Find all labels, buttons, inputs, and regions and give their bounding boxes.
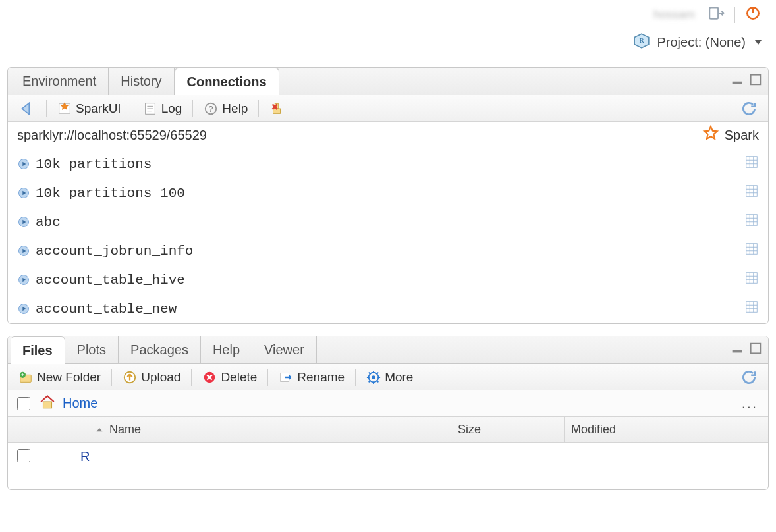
preview-table-icon[interactable]: [744, 155, 759, 173]
sparkui-button[interactable]: SparkUI: [53, 98, 125, 119]
new-folder-button[interactable]: + New Folder: [14, 367, 105, 388]
more-button[interactable]: More: [362, 367, 424, 388]
connection-uri-row: sparklyr://localhost:65529/65529 Spark: [8, 122, 768, 149]
connection-table-row[interactable]: 10k_partitions: [8, 149, 768, 178]
svg-rect-31: [746, 215, 758, 226]
svg-text:?: ?: [209, 104, 213, 113]
minimize-pane-icon[interactable]: [730, 341, 744, 359]
spark-star-icon: [702, 125, 719, 146]
files-breadcrumb: Home ...: [8, 390, 768, 417]
rename-button[interactable]: Rename: [275, 367, 348, 388]
project-cube-icon: R: [633, 32, 650, 53]
log-button[interactable]: Log: [139, 98, 186, 119]
home-icon[interactable]: [39, 393, 56, 413]
breadcrumb-more-icon[interactable]: ...: [742, 395, 762, 412]
minimize-pane-icon[interactable]: [730, 72, 744, 90]
connections-tabstrip: Environment History Connections: [8, 68, 768, 95]
upload-button[interactable]: Upload: [119, 367, 184, 388]
connection-engine-label: Spark: [725, 128, 759, 143]
expand-table-icon[interactable]: [17, 157, 30, 171]
svg-rect-54: [733, 350, 742, 353]
separator: [734, 7, 735, 23]
folder-icon: [37, 448, 57, 465]
files-column-header: Name Size Modified: [8, 417, 768, 443]
back-button[interactable]: [14, 98, 40, 119]
svg-rect-5: [733, 82, 742, 84]
table-name: abc: [30, 215, 744, 230]
power-icon[interactable]: [744, 5, 762, 25]
tab-packages[interactable]: Packages: [119, 336, 201, 364]
connections-panel: Environment History Connections SparkUI …: [7, 67, 769, 324]
refresh-files-button[interactable]: [736, 367, 762, 388]
svg-text:R: R: [640, 36, 645, 44]
tab-files[interactable]: Files: [11, 336, 65, 364]
table-name: account_table_new: [30, 302, 744, 317]
table-name: account_table_hive: [30, 273, 744, 288]
connection-table-row[interactable]: 10k_partitions_100: [8, 178, 768, 207]
signout-icon[interactable]: [708, 5, 725, 25]
connection-table-row[interactable]: abc: [8, 207, 768, 236]
maximize-pane-icon[interactable]: [748, 72, 763, 90]
column-size[interactable]: Size: [451, 417, 556, 442]
expand-table-icon[interactable]: [17, 215, 30, 228]
svg-rect-19: [746, 157, 758, 168]
delete-button[interactable]: Delete: [198, 367, 261, 388]
table-name: 10k_partitions: [30, 157, 744, 172]
breadcrumb-home[interactable]: Home: [63, 396, 97, 411]
preview-table-icon[interactable]: [744, 213, 759, 231]
connection-table-row[interactable]: account_table_new: [8, 294, 768, 323]
maximize-pane-icon[interactable]: [748, 341, 763, 359]
connection-table-row[interactable]: account_table_hive: [8, 265, 768, 294]
expand-table-icon[interactable]: [17, 186, 30, 200]
project-bar: R Project: (None): [0, 30, 776, 55]
svg-rect-75: [43, 402, 52, 408]
tab-history[interactable]: History: [109, 68, 174, 95]
svg-rect-25: [746, 186, 758, 197]
connections-toolbar: SparkUI Log ? Help: [8, 95, 768, 122]
files-panel: Files Plots Packages Help Viewer + New F…: [7, 336, 769, 490]
column-name[interactable]: Name: [37, 423, 443, 437]
top-menu-bar: hossam: [0, 0, 776, 30]
preview-table-icon[interactable]: [744, 242, 759, 260]
svg-rect-55: [751, 344, 761, 354]
help-button[interactable]: ? Help: [200, 98, 252, 119]
preview-table-icon[interactable]: [744, 184, 759, 202]
connection-table-row[interactable]: account_jobrun_info: [8, 236, 768, 265]
tab-viewer[interactable]: Viewer: [252, 336, 317, 364]
file-name[interactable]: R: [65, 449, 762, 464]
svg-rect-37: [746, 244, 758, 255]
files-tabstrip: Files Plots Packages Help Viewer: [8, 336, 768, 364]
preview-table-icon[interactable]: [744, 300, 759, 318]
project-label[interactable]: Project: (None): [657, 35, 746, 50]
connection-uri: sparklyr://localhost:65529/65529: [17, 128, 207, 143]
svg-text:+: +: [21, 372, 24, 378]
project-dropdown-caret[interactable]: [755, 40, 762, 45]
preview-table-icon[interactable]: [744, 271, 759, 289]
svg-rect-43: [746, 273, 758, 284]
svg-line-72: [377, 380, 379, 382]
files-list: R: [8, 443, 768, 489]
svg-rect-0: [709, 7, 718, 18]
files-toolbar: + New Folder Upload Delete Rename More: [8, 364, 768, 390]
tab-plots[interactable]: Plots: [65, 336, 119, 364]
expand-table-icon[interactable]: [17, 273, 30, 286]
svg-point-66: [372, 375, 375, 379]
svg-line-74: [377, 372, 379, 374]
column-modified[interactable]: Modified: [564, 417, 762, 442]
expand-table-icon[interactable]: [17, 244, 30, 257]
file-row[interactable]: R: [8, 443, 768, 469]
table-name: account_jobrun_info: [30, 244, 744, 259]
tab-environment[interactable]: Environment: [11, 68, 109, 95]
tab-connections[interactable]: Connections: [175, 68, 279, 95]
disconnect-button[interactable]: [265, 98, 288, 119]
tab-help[interactable]: Help: [201, 336, 252, 364]
svg-line-71: [369, 372, 371, 374]
expand-table-icon[interactable]: [17, 302, 30, 315]
connection-table-list: 10k_partitions10k_partitions_100abcaccou…: [8, 149, 768, 323]
svg-rect-49: [746, 302, 758, 313]
refresh-connections-button[interactable]: [736, 98, 762, 119]
select-all-checkbox[interactable]: [17, 397, 30, 410]
file-row-checkbox[interactable]: [17, 449, 30, 462]
svg-rect-6: [751, 75, 761, 85]
svg-line-73: [369, 380, 371, 382]
